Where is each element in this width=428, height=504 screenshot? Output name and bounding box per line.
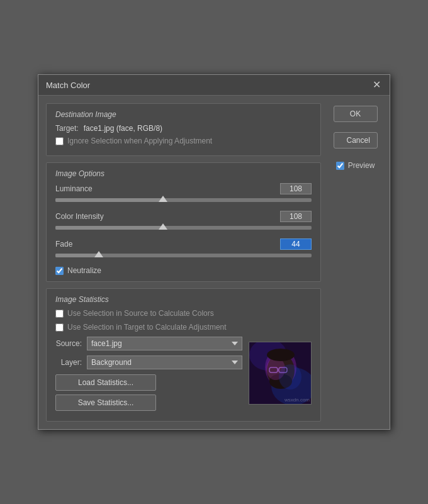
use-selection-target-row: Use Selection in Target to Calculate Adj… xyxy=(55,323,312,332)
cancel-button[interactable]: Cancel xyxy=(334,132,378,148)
use-selection-source-label: Use Selection in Source to Calculate Col… xyxy=(67,309,214,318)
match-color-dialog: Match Color ✕ Destination Image Target: … xyxy=(38,74,390,430)
ignore-selection-row: Ignore Selection when Applying Adjustmen… xyxy=(55,137,312,145)
fade-track[interactable] xyxy=(55,254,312,257)
use-selection-target-label: Use Selection in Target to Calculate Adj… xyxy=(67,323,227,332)
fade-group: Fade xyxy=(55,238,312,257)
right-panel: OK Cancel Preview xyxy=(329,103,382,422)
color-intensity-track[interactable] xyxy=(55,226,312,230)
left-panel: Destination Image Target: face1.jpg (fac… xyxy=(46,103,321,422)
target-value: face1.jpg (face, RGB/8) xyxy=(84,124,162,133)
image-options-title: Image Options xyxy=(55,169,312,178)
layer-label: Layer: xyxy=(55,358,82,367)
preview-label: Preview xyxy=(348,161,375,170)
image-stats-source-area: Source: face1.jpg Layer: Background xyxy=(55,337,312,415)
color-intensity-fill xyxy=(55,226,163,230)
destination-section-title: Destination Image xyxy=(55,110,312,119)
target-label: Target: xyxy=(55,124,79,133)
luminance-label: Luminance xyxy=(55,184,93,193)
title-bar: Match Color ✕ xyxy=(38,75,390,96)
save-statistics-button[interactable]: Save Statistics... xyxy=(55,395,156,411)
bottom-buttons: Load Statistics... Save Statistics... xyxy=(55,374,242,415)
image-options-section: Image Options Luminance Color Inten xyxy=(46,162,321,282)
ignore-selection-label: Ignore Selection when Applying Adjustmen… xyxy=(67,137,212,145)
dialog-body: Destination Image Target: face1.jpg (fac… xyxy=(38,96,390,429)
luminance-group: Luminance xyxy=(55,183,312,202)
source-label: Source: xyxy=(55,339,82,348)
svg-point-10 xyxy=(279,364,301,389)
svg-point-11 xyxy=(267,349,295,361)
use-selection-source-checkbox[interactable] xyxy=(55,310,64,318)
fade-header: Fade xyxy=(55,238,312,250)
load-statistics-button[interactable]: Load Statistics... xyxy=(55,374,156,391)
source-row: Source: face1.jpg xyxy=(55,337,242,350)
color-intensity-input[interactable] xyxy=(280,211,312,222)
stat-checkboxes: Use Selection in Source to Calculate Col… xyxy=(55,309,312,332)
color-intensity-header: Color Intensity xyxy=(55,211,312,222)
preview-row: Preview xyxy=(336,161,375,170)
fade-thumb[interactable] xyxy=(94,251,103,257)
ok-button[interactable]: OK xyxy=(334,106,378,122)
source-fields: Source: face1.jpg Layer: Background xyxy=(55,337,242,415)
target-row: Target: face1.jpg (face, RGB/8) xyxy=(55,124,312,133)
source-dropdown[interactable]: face1.jpg xyxy=(87,337,242,350)
color-intensity-label: Color Intensity xyxy=(55,212,104,221)
color-intensity-group: Color Intensity xyxy=(55,211,312,230)
thumbnail-face-svg xyxy=(249,342,312,405)
fade-fill xyxy=(55,254,99,257)
use-selection-source-row: Use Selection in Source to Calculate Col… xyxy=(55,309,312,318)
layer-dropdown[interactable]: Background xyxy=(87,356,242,369)
image-statistics-title: Image Statistics xyxy=(55,295,312,304)
watermark: wsxdn.com xyxy=(284,397,310,403)
color-intensity-thumb[interactable] xyxy=(159,223,167,230)
fade-label: Fade xyxy=(55,240,72,249)
preview-checkbox[interactable] xyxy=(336,162,344,170)
image-statistics-section: Image Statistics Use Selection in Source… xyxy=(46,288,321,422)
close-button[interactable]: ✕ xyxy=(371,80,382,90)
dialog-title: Match Color xyxy=(46,81,90,90)
luminance-thumb[interactable] xyxy=(159,196,167,202)
luminance-fill xyxy=(55,198,163,202)
destination-section: Destination Image Target: face1.jpg (fac… xyxy=(46,103,321,156)
neutralize-checkbox[interactable] xyxy=(55,267,64,275)
neutralize-label: Neutralize xyxy=(67,266,101,275)
fade-input[interactable] xyxy=(280,238,312,250)
luminance-track[interactable] xyxy=(55,198,312,202)
ignore-selection-checkbox[interactable] xyxy=(55,137,64,145)
luminance-input[interactable] xyxy=(280,183,312,194)
layer-row: Layer: Background xyxy=(55,356,242,369)
thumbnail: wsxdn.com xyxy=(249,342,312,405)
use-selection-target-checkbox[interactable] xyxy=(55,323,64,332)
thumbnail-image: wsxdn.com xyxy=(249,342,311,404)
neutralize-row: Neutralize xyxy=(55,266,312,275)
luminance-header: Luminance xyxy=(55,183,312,194)
